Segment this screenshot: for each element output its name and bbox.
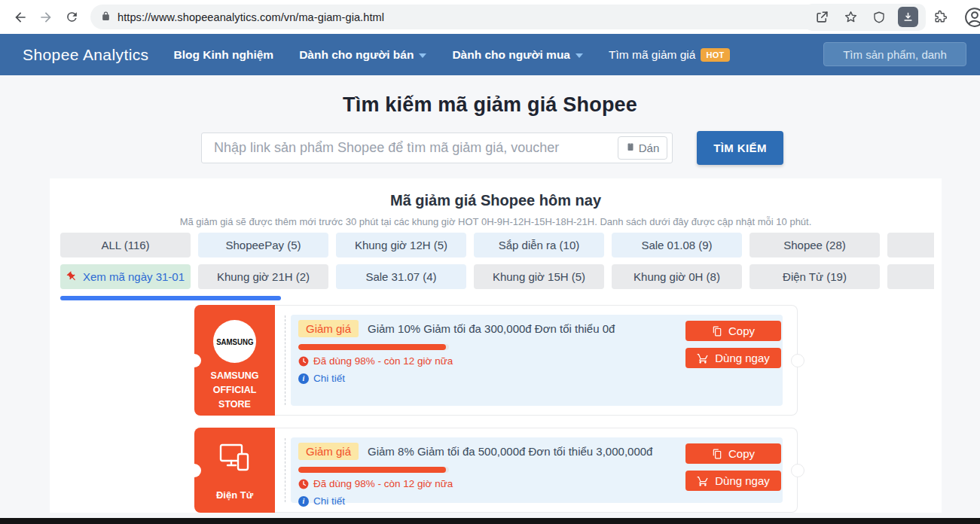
filter-khung-gio-0h[interactable]: Khung giờ 0H (8)	[612, 264, 742, 289]
browser-chrome: https://www.shopeeanalytics.com/vn/ma-gi…	[0, 0, 980, 34]
coupon-title: Giảm 10% Giảm tối đa 300,000đ Đơn tối th…	[368, 322, 615, 335]
forward-icon[interactable]	[33, 5, 59, 30]
search-button[interactable]: TÌM KIẾM	[697, 131, 783, 165]
details-link[interactable]: i Chi tiết	[298, 495, 775, 507]
site-logo[interactable]: Shopee Analytics	[23, 46, 149, 64]
section-subtitle: Mã giảm giá sẽ được thêm mới trước 30 ph…	[50, 216, 942, 227]
coupon-title: Giảm 8% Giảm tối đa 500,000đ Đơn tối thi…	[368, 445, 652, 458]
cart-icon	[697, 352, 709, 364]
ticket-perforation	[285, 315, 285, 405]
back-icon[interactable]	[8, 5, 33, 30]
nav-buyer[interactable]: Dành cho người mua	[452, 48, 583, 62]
copy-icon	[712, 326, 722, 337]
clock-icon	[298, 356, 309, 367]
discount-badge: Giảm giá	[298, 320, 359, 337]
filter-khung-gio-21h[interactable]: Khung giờ 21H (2)	[198, 264, 328, 289]
devices-icon	[217, 441, 253, 479]
site-navbar: Shopee Analytics Blog Kinh nghiệm Dành c…	[0, 34, 980, 75]
pushpin-icon	[66, 271, 78, 282]
store-name: Điện Tử	[216, 489, 253, 501]
info-icon: i	[298, 373, 309, 384]
paste-button[interactable]: Dán	[618, 136, 667, 160]
coupon-card: Điện Tử Giảm giá Giảm 8% Giảm tối đa 500…	[194, 428, 798, 513]
nav-blog[interactable]: Blog Kinh nghiệm	[174, 48, 274, 62]
profile-avatar[interactable]	[963, 6, 980, 29]
page-title: Tìm kiếm mã giảm giá Shopee	[0, 93, 980, 117]
bookmark-star-icon[interactable]	[836, 5, 865, 30]
url-text: https://www.shopeeanalytics.com/vn/ma-gi…	[118, 11, 384, 23]
nav-coupon-finder[interactable]: Tìm mã giảm giá HOT	[609, 48, 730, 62]
store-tile[interactable]: Điện Tử	[194, 428, 275, 513]
chevron-down-icon	[575, 53, 583, 58]
usage-progress-bar	[298, 344, 449, 350]
nav-seller[interactable]: Dành cho người bán	[299, 48, 426, 62]
usage-progress-bar	[298, 467, 449, 473]
cart-icon	[697, 475, 709, 487]
coupon-section: Mã giảm giá Shopee hôm nay Mã giảm giá s…	[50, 178, 942, 513]
clipboard-icon	[626, 142, 635, 154]
ticket-perforation	[285, 438, 285, 502]
filter-sale-31-07[interactable]: Sale 31.07 (4)	[336, 264, 466, 289]
extensions-icon[interactable]	[926, 5, 954, 30]
page-bottom-strip	[0, 518, 980, 524]
filter-clipped[interactable]: M	[887, 264, 934, 289]
chevron-down-icon	[419, 53, 426, 58]
filter-khung-gio-12h[interactable]: Khung giờ 12H (5)	[336, 233, 466, 257]
store-name: SAMSUNG OFFICIAL STORE	[203, 369, 267, 411]
filter-dien-tu[interactable]: Điện Tử (19)	[750, 264, 880, 289]
store-logo: SAMSUNG	[213, 320, 256, 363]
filter-khung-gio-15h[interactable]: Khung giờ 15H (5)	[474, 264, 604, 289]
active-tab-indicator	[60, 296, 281, 300]
reload-icon[interactable]	[59, 5, 84, 30]
lock-icon	[101, 11, 111, 24]
filter-shopeepay[interactable]: ShopeePay (5)	[198, 233, 328, 257]
store-tile[interactable]: SAMSUNG SAMSUNG OFFICIAL STORE	[194, 305, 275, 416]
share-icon[interactable]	[808, 5, 836, 30]
coupon-link-input[interactable]	[201, 133, 673, 163]
use-now-button[interactable]: Dùng ngay	[685, 348, 781, 368]
copy-icon	[712, 449, 722, 459]
download-icon[interactable]	[898, 7, 918, 27]
nav-search-input[interactable]	[823, 42, 966, 66]
filter-xem-ma-ngay[interactable]: Xem mã ngày 31-01	[60, 264, 191, 289]
clock-icon	[298, 479, 309, 489]
filter-khoe[interactable]: Khỏe	[887, 233, 934, 257]
address-bar[interactable]: https://www.shopeeanalytics.com/vn/ma-gi…	[90, 5, 820, 29]
shield-icon[interactable]	[865, 5, 893, 30]
hot-badge: HOT	[701, 48, 729, 62]
filter-grid: ALL (116) ShopeePay (5) Khung giờ 12H (5…	[60, 233, 934, 290]
filter-sap-dien-ra[interactable]: Sắp diễn ra (10)	[474, 233, 604, 257]
use-now-button[interactable]: Dùng ngay	[685, 471, 781, 491]
details-link[interactable]: i Chi tiết	[298, 373, 775, 384]
filter-sale-01-08[interactable]: Sale 01.08 (9)	[612, 233, 742, 257]
copy-button[interactable]: Copy	[685, 443, 781, 464]
discount-badge: Giảm giá	[298, 443, 359, 460]
filter-shopee[interactable]: Shopee (28)	[750, 233, 880, 257]
copy-button[interactable]: Copy	[685, 321, 781, 341]
info-icon: i	[298, 496, 309, 507]
section-title: Mã giảm giá Shopee hôm nay	[50, 192, 942, 209]
filter-all[interactable]: ALL (116)	[60, 233, 191, 257]
coupon-card: SAMSUNG SAMSUNG OFFICIAL STORE Giảm giá …	[194, 305, 798, 416]
